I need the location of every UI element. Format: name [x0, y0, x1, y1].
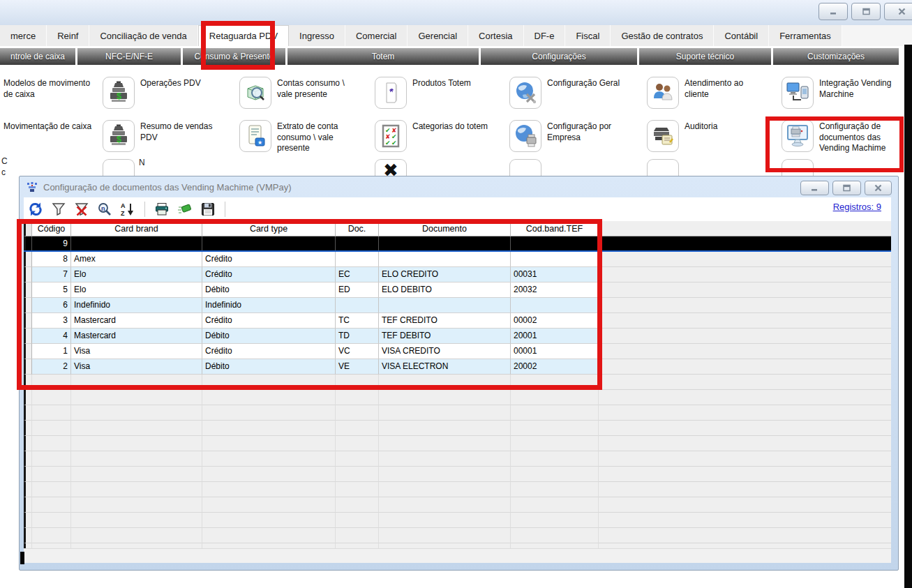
empty-cell	[32, 513, 71, 528]
empty-cell	[511, 513, 599, 528]
empty-cell	[71, 436, 202, 451]
clean-icon[interactable]	[177, 202, 193, 217]
horizontal-scrollbar[interactable]	[24, 548, 891, 563]
row-filler	[599, 497, 891, 513]
empty-row[interactable]	[24, 497, 891, 513]
totem-box-icon	[375, 77, 407, 109]
empty-cell	[379, 497, 511, 513]
empty-cell	[511, 390, 599, 405]
empty-row[interactable]	[24, 436, 891, 451]
dialog-close-button[interactable]	[865, 181, 892, 195]
dialog-window-controls	[800, 181, 892, 195]
menu-item-modelos-de-movimento-de-caixa[interactable]: Modelos de movimento de caixa	[3, 77, 96, 100]
menu-item-produtos-totem[interactable]: Produtos Totem	[375, 77, 498, 109]
cash-register-icon: $	[103, 120, 135, 152]
row-filler	[599, 375, 891, 390]
row-filler	[599, 359, 891, 375]
row-filler	[599, 298, 891, 313]
empty-row[interactable]	[24, 390, 891, 405]
filter-clear-icon[interactable]	[74, 202, 89, 217]
menu-item-atendimento-ao-cliente[interactable]: Atendimento ao cliente	[647, 77, 770, 109]
empty-cell	[202, 513, 336, 528]
empty-row[interactable]	[24, 421, 891, 436]
menu-item-label: Categorias do totem	[412, 120, 498, 133]
menu-item-auditoria[interactable]: Auditoria	[647, 120, 770, 152]
empty-cell	[336, 528, 379, 543]
menu-item-contas-consumo-vale-presente[interactable]: Contas consumo \ vale presente	[239, 77, 362, 109]
empty-cell	[71, 497, 202, 513]
sort-az-icon[interactable]: AZ	[120, 202, 135, 217]
empty-cell	[202, 421, 336, 436]
empty-cell	[202, 528, 336, 543]
empty-cell	[336, 390, 379, 405]
row-filler	[599, 421, 891, 436]
empty-cell	[511, 436, 599, 451]
row-indicator	[24, 421, 32, 436]
empty-row[interactable]	[24, 405, 891, 421]
row-filler	[599, 467, 891, 482]
partial-icon-sliver: ✖	[375, 159, 407, 178]
filter-icon[interactable]	[51, 202, 66, 217]
empty-cell	[379, 421, 511, 436]
empty-cell	[336, 482, 379, 497]
menu-item-opera-es-pdv[interactable]: $Operações PDV	[103, 77, 225, 109]
empty-cell	[202, 405, 336, 421]
dialog-maximize-button[interactable]	[832, 181, 861, 195]
svg-text:★: ★	[257, 140, 262, 146]
empty-cell	[379, 467, 511, 482]
empty-cell	[336, 513, 379, 528]
menu-item-resumo-de-vendas-pdv[interactable]: $Resumo de vendas PDV	[103, 120, 225, 152]
menu-item-label: Resumo de vendas PDV	[140, 120, 225, 143]
menu-item-movimenta-o-de-caixa[interactable]: Movimentação de caixa	[3, 120, 96, 133]
menu-item-extrato-de-conta-consumo-vale-presente[interactable]: ★Extrato de conta consumo \ vale present…	[239, 120, 362, 154]
menu-item-label: Produtos Totem	[412, 77, 498, 89]
empty-row[interactable]	[24, 482, 891, 497]
menu-item-label: Contas consumo \ vale presente	[277, 77, 362, 100]
refresh-icon[interactable]	[28, 202, 43, 217]
scrollbar-thumb[interactable]	[20, 552, 24, 564]
empty-cell	[71, 421, 202, 436]
row-filler	[599, 482, 891, 497]
menu-item-categorias-do-totem[interactable]: ✔✘✘✔✔✔Categorias do totem	[375, 120, 498, 152]
empty-cell	[32, 497, 71, 513]
save-icon[interactable]	[200, 202, 216, 217]
empty-cell	[336, 405, 379, 421]
registros-link[interactable]: Registros: 9	[833, 202, 881, 212]
menu-item-integra-o-vending-marchine[interactable]: Integração Vending Marchine	[782, 77, 904, 109]
empty-row[interactable]	[24, 513, 891, 528]
print-icon[interactable]	[154, 202, 170, 217]
svg-text:Z: Z	[121, 210, 125, 217]
empty-cell	[32, 436, 71, 451]
partial-icon-sliver	[103, 159, 135, 178]
empty-cell	[71, 467, 202, 482]
empty-cell	[379, 513, 511, 528]
row-filler	[599, 436, 891, 451]
empty-cell	[32, 421, 71, 436]
annotation-box-grid	[17, 219, 602, 390]
row-filler	[599, 390, 891, 405]
empty-row[interactable]	[24, 451, 891, 467]
dialog-minimize-button[interactable]	[800, 181, 829, 195]
dialog-title: Configuração de documentos das Vending M…	[43, 182, 292, 193]
row-filler	[599, 313, 891, 329]
row-filler	[599, 344, 891, 359]
cash-register-icon: $	[103, 77, 135, 109]
menu-item-configura-o-geral[interactable]: Configuração Geral	[509, 77, 632, 109]
empty-cell	[511, 405, 599, 421]
dialog-titlebar[interactable]: Configuração de documentos das Vending M…	[20, 176, 898, 197]
row-filler	[599, 528, 891, 543]
empty-cell	[71, 513, 202, 528]
menu-item-configura-o-por-empresa[interactable]: Configuração por Empresa	[509, 120, 632, 152]
empty-cell	[379, 482, 511, 497]
globe-tools-icon	[509, 77, 541, 109]
empty-cell	[511, 451, 599, 467]
find-icon[interactable]: n	[97, 202, 112, 217]
row-filler	[599, 405, 891, 421]
checklist-icon: ✔✘✘✔✔✔	[375, 120, 407, 152]
background-strip	[904, 45, 912, 588]
svg-text:$: $	[117, 91, 122, 101]
empty-row[interactable]	[24, 467, 891, 482]
menu-item-label: Movimentação de caixa	[3, 120, 96, 133]
empty-row[interactable]	[24, 528, 891, 543]
row-indicator	[24, 451, 32, 467]
